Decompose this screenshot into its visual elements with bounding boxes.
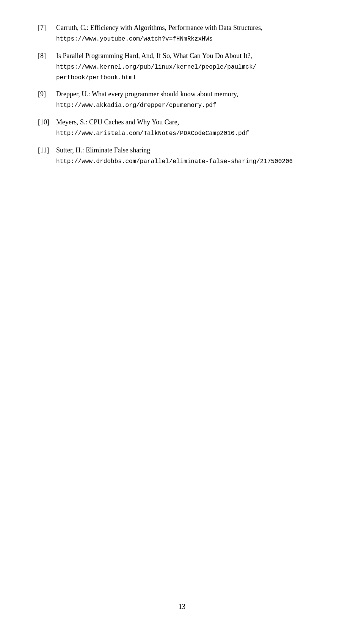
ref-text-10: Meyers, S.: CPU Caches and Why You Care,… xyxy=(56,117,249,138)
ref-url-11: http://www.drdobbs.com/parallel/eliminat… xyxy=(56,158,293,165)
page-content: [7] Carruth, C.: Efficiency with Algorit… xyxy=(0,0,364,204)
ref-text-7: Carruth, C.: Efficiency with Algorithms,… xyxy=(56,23,263,44)
ref-number-8: [8] xyxy=(38,51,56,61)
ref-url-8: https://www.kernel.org/pub/linux/kernel/… xyxy=(56,64,256,71)
ref-text-9: Drepper, U.: What every programmer shoul… xyxy=(56,89,238,110)
ref-number-7: [7] xyxy=(38,23,56,33)
ref-url-9: http://www.akkadia.org/drepper/cpumemory… xyxy=(56,102,216,109)
ref-number-11: [11] xyxy=(38,145,56,156)
ref-url-10: http://www.aristeia.com/TalkNotes/PDXCod… xyxy=(56,130,249,137)
list-item: [7] Carruth, C.: Efficiency with Algorit… xyxy=(38,23,326,44)
ref-text-11: Sutter, H.: Eliminate False sharing http… xyxy=(56,145,293,166)
page-footer: 13 xyxy=(0,603,364,611)
ref-text-8: Is Parallel Programming Hard, And, If So… xyxy=(56,51,256,83)
ref-number-10: [10] xyxy=(38,117,56,128)
list-item: [9] Drepper, U.: What every programmer s… xyxy=(38,89,326,110)
list-item: [11] Sutter, H.: Eliminate False sharing… xyxy=(38,145,326,166)
list-item: [8] Is Parallel Programming Hard, And, I… xyxy=(38,51,326,83)
list-item: [10] Meyers, S.: CPU Caches and Why You … xyxy=(38,117,326,138)
page-number: 13 xyxy=(179,603,185,610)
ref-url-7: https://www.youtube.com/watch?v=fHNmRkzx… xyxy=(56,36,213,42)
ref-url-8b: perfbook/perfbook.html xyxy=(56,74,136,81)
ref-number-9: [9] xyxy=(38,89,56,100)
reference-list: [7] Carruth, C.: Efficiency with Algorit… xyxy=(38,23,326,166)
